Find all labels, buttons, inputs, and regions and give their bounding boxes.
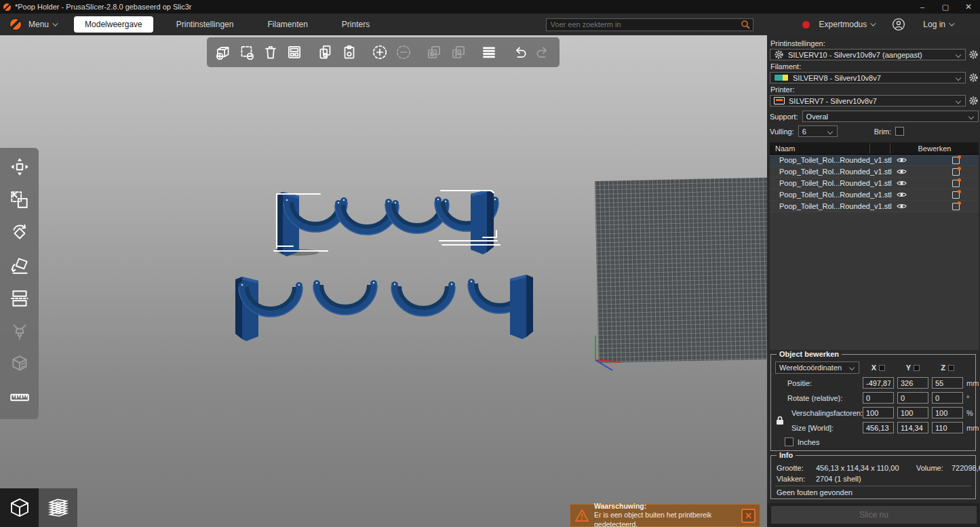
printer-gear-button[interactable] (968, 96, 979, 106)
print-settings-select[interactable]: SILVERV10 - Silverv10v8v7 (aangepast) (770, 49, 966, 60)
minimize-button[interactable]: – (911, 0, 934, 14)
axis-y-toggle[interactable] (914, 365, 920, 371)
eye-icon[interactable] (892, 191, 912, 198)
object-row[interactable]: Poop_Toilet_Rol...Rounded_v1.stl (770, 201, 979, 212)
place-on-face-icon[interactable] (9, 255, 31, 279)
model-holder-4[interactable] (468, 275, 533, 339)
object-row[interactable]: Poop_Toilet_Rol...Rounded_v1.stl (770, 155, 979, 166)
sliced-preview-view-button[interactable] (39, 488, 77, 527)
uniform-scale-lock-icon[interactable] (775, 416, 784, 425)
edit-object-icon[interactable] (952, 191, 960, 199)
close-button[interactable]: ✕ (957, 0, 980, 14)
arrange-icon[interactable] (286, 42, 304, 62)
scale-icon[interactable] (9, 189, 31, 214)
print-settings-gear-button[interactable] (968, 50, 979, 60)
filament-gear-button[interactable] (968, 73, 979, 83)
mode-dropdown[interactable]: Expertmodus (819, 20, 875, 29)
split-to-parts-icon (449, 42, 467, 62)
warning-close-icon[interactable]: ✕ (741, 509, 756, 523)
editor-3d-view-button[interactable] (0, 488, 39, 527)
login-label: Log in (923, 20, 945, 29)
print-bed (595, 178, 767, 363)
tab-printinstellingen[interactable]: Printinstellingen (165, 16, 245, 33)
edit-object-icon[interactable] (952, 203, 960, 210)
size-unit: mm (966, 424, 980, 432)
size-y-field[interactable] (897, 422, 928, 433)
position-z-field[interactable] (932, 377, 963, 389)
position-x-field[interactable] (863, 377, 894, 389)
position-y-field[interactable] (897, 377, 928, 389)
redo-icon (534, 42, 553, 62)
eye-icon[interactable] (892, 203, 912, 210)
menu-dropdown[interactable]: Menu (28, 20, 56, 29)
search-input[interactable] (547, 20, 741, 28)
search-box[interactable] (546, 18, 753, 31)
copy-icon[interactable] (316, 42, 334, 62)
eye-icon[interactable] (892, 180, 912, 187)
move-icon[interactable] (9, 156, 31, 180)
rotate-icon[interactable] (9, 222, 31, 246)
account-icon[interactable] (892, 18, 905, 31)
size-x-field[interactable] (863, 422, 894, 433)
maximize-button[interactable]: ▢ (934, 0, 957, 14)
prusaslicer-logo-icon (9, 18, 22, 31)
eye-icon[interactable] (892, 168, 912, 175)
brim-checkbox[interactable] (895, 127, 904, 136)
login-dropdown[interactable]: Log in (923, 20, 953, 29)
column-visibility (870, 143, 890, 154)
coordinate-system-select[interactable]: Wereldcoördinaten (775, 362, 859, 374)
size-z-field[interactable] (932, 422, 963, 433)
cut-icon[interactable] (9, 288, 31, 312)
model-holder-1[interactable] (235, 277, 302, 341)
object-row[interactable]: Poop_Toilet_Rol...Rounded_v1.stl (770, 189, 979, 201)
model-holder-2[interactable] (313, 280, 377, 315)
add-object-icon[interactable] (214, 42, 232, 62)
inches-checkbox[interactable] (785, 437, 793, 446)
filament-select[interactable]: SILVERV8 - Silverv10v8v7 (770, 72, 966, 83)
scale-x-field[interactable] (863, 407, 894, 418)
info-panel: Info Grootte: 456,13 x 114,34 x 110,00 V… (770, 455, 976, 499)
printer-select[interactable]: SILVERV7 - Silverv10v8v7 (770, 95, 966, 106)
scale-z-field[interactable] (932, 407, 963, 418)
filament-value: SILVERV8 - Silverv10v8v7 (793, 74, 952, 82)
slice-now-button[interactable]: Slice nu (771, 506, 977, 524)
remove-object-icon[interactable] (237, 42, 256, 62)
rotate-x-field[interactable] (863, 392, 894, 404)
infill-select[interactable]: 6 (798, 125, 838, 137)
model-selected-group[interactable] (276, 190, 498, 256)
print-settings-label: Printinstellingen: (770, 39, 979, 47)
printer-value: SILVERV7 - Silverv10v8v7 (789, 97, 952, 105)
axis-x-toggle[interactable] (879, 365, 885, 371)
axis-z-toggle[interactable] (948, 365, 954, 371)
gear-icon (774, 50, 784, 60)
eye-icon[interactable] (892, 157, 912, 163)
add-instance-icon[interactable] (370, 42, 389, 62)
edit-object-icon[interactable] (952, 157, 960, 164)
variable-layer-height-icon[interactable] (479, 42, 498, 62)
search-icon[interactable] (741, 20, 750, 29)
measure-icon[interactable] (9, 387, 31, 411)
3d-viewport[interactable]: Waarschuwing: Er is een object buiten he… (0, 35, 767, 527)
object-manipulation-panel: Object bewerken Wereldcoördinaten X Y Z … (770, 354, 976, 451)
tab-modelweergave[interactable]: Modelweergave (74, 16, 153, 33)
rotate-z-field[interactable] (932, 392, 963, 404)
edit-object-icon[interactable] (952, 168, 960, 176)
volume-info-label: Volume: (916, 464, 952, 472)
delete-all-icon[interactable] (261, 42, 279, 62)
model-holder-3[interactable] (391, 281, 455, 316)
size-info-value: 456,13 x 114,34 x 110,00 (816, 464, 916, 472)
tab-filamenten[interactable]: Filamenten (256, 16, 318, 33)
undo-icon[interactable] (511, 42, 529, 62)
mode-indicator-icon (802, 21, 810, 28)
object-row[interactable]: Poop_Toilet_Rol...Rounded_v1.stl (770, 166, 979, 178)
edit-object-icon[interactable] (952, 180, 960, 187)
rotate-y-field[interactable] (897, 392, 928, 404)
axis-x-label: X (871, 364, 876, 372)
paste-icon[interactable] (340, 42, 358, 62)
scale-y-field[interactable] (897, 407, 928, 418)
object-list: Naam Bewerken Poop_Toilet_Rol...Rounded_… (770, 142, 979, 350)
tab-printers[interactable]: Printers (331, 16, 380, 33)
scale-unit: % (966, 409, 980, 417)
object-row[interactable]: Poop_Toilet_Rol...Rounded_v1.stl (770, 178, 979, 189)
support-select[interactable]: Overal (802, 111, 979, 122)
